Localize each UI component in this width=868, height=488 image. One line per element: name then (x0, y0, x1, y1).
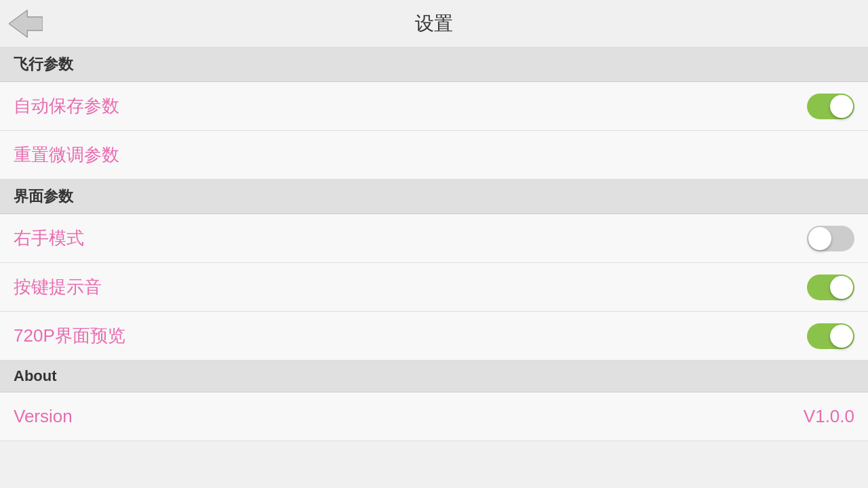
back-arrow-icon (9, 8, 43, 39)
version-label: Version (14, 406, 73, 427)
section-header-about: About (0, 361, 868, 392)
settings-content: 飞行参数自动保存参数重置微调参数界面参数右手模式按键提示音720P界面预览Abo… (0, 47, 868, 441)
section-header-ui-params: 界面参数 (0, 180, 868, 214)
setting-label-reset-trim-params: 重置微调参数 (14, 143, 119, 167)
toggle-key-sound[interactable] (807, 274, 854, 300)
setting-row-720p-preview: 720P界面预览 (0, 312, 868, 361)
toggle-knob-right-hand-mode (808, 227, 831, 250)
toggle-auto-save-params[interactable] (807, 94, 854, 119)
setting-label-auto-save-params: 自动保存参数 (14, 94, 119, 118)
setting-label-key-sound: 按键提示音 (14, 275, 102, 299)
toggle-knob-auto-save-params (830, 95, 853, 118)
toggle-knob-720p-preview (830, 325, 853, 348)
setting-row-right-hand-mode: 右手模式 (0, 214, 868, 263)
setting-row-key-sound: 按键提示音 (0, 263, 868, 312)
header: 设置 (0, 0, 868, 47)
back-button[interactable] (7, 5, 44, 42)
setting-row-reset-trim-params[interactable]: 重置微调参数 (0, 131, 868, 180)
setting-label-720p-preview: 720P界面预览 (14, 324, 125, 348)
setting-row-version: VersionV1.0.0 (0, 392, 868, 441)
page-title: 设置 (415, 11, 453, 37)
toggle-right-hand-mode[interactable] (807, 226, 854, 251)
version-value: V1.0.0 (804, 406, 854, 427)
section-header-flight-params: 飞行参数 (0, 47, 868, 82)
toggle-knob-key-sound (830, 276, 853, 299)
setting-label-right-hand-mode: 右手模式 (14, 226, 84, 250)
toggle-720p-preview[interactable] (807, 323, 854, 349)
setting-row-auto-save-params: 自动保存参数 (0, 82, 868, 131)
svg-marker-0 (9, 10, 43, 37)
